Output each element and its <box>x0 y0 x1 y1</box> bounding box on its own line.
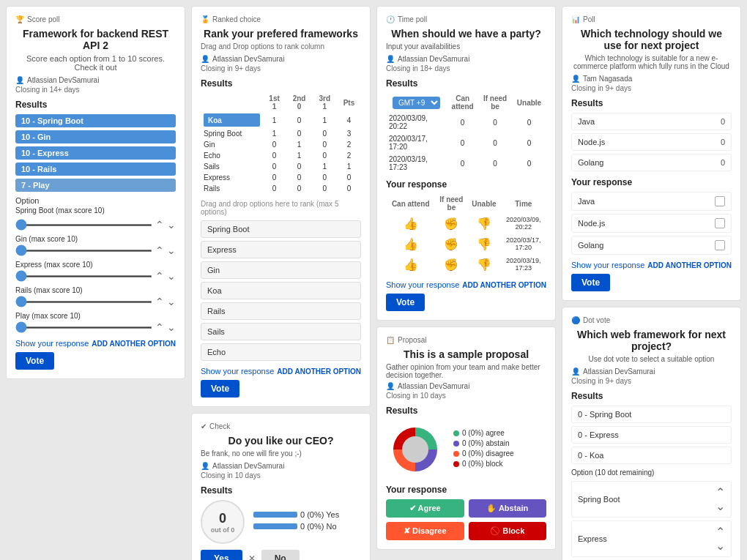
rails-up[interactable]: ⌃ <box>155 296 164 307</box>
drag-item-5[interactable]: Sails <box>201 323 361 340</box>
express-slider[interactable] <box>15 275 152 277</box>
pie-legend: 0 (0%) agree0 (0%) abstain0 (0%) disagre… <box>453 429 514 470</box>
thumb-up-2[interactable]: 👍 <box>404 238 418 250</box>
thumb-down-1[interactable]: 👎 <box>477 217 491 230</box>
time-title: When should we have a party? <box>386 28 546 40</box>
resp-canattend-2[interactable]: 👍 <box>386 234 435 254</box>
pie-chart-container: 0 (0%) agree0 (0%) abstain0 (0%) disagre… <box>386 420 546 479</box>
ranked-row-5: Express0000 <box>201 172 361 183</box>
thumb-down-3[interactable]: 👎 <box>477 258 491 271</box>
disagree-button[interactable]: ✘ Disagree <box>386 522 464 540</box>
score-vote-button[interactable]: Vote <box>15 352 54 370</box>
time-results-table: GMT +9 Canattend If needbe Unable 2020/0… <box>386 93 546 173</box>
dot-icon: 🔵 <box>571 316 580 324</box>
agree-button[interactable]: ✔ Agree <box>386 499 464 518</box>
proposal-response-label: Your response <box>386 485 546 495</box>
proposal-title: This is a sample proposal <box>386 348 546 360</box>
time-ifneed-3: 0 <box>478 153 512 173</box>
play-slider[interactable] <box>15 326 152 329</box>
poll-checkbox-golang[interactable] <box>715 240 725 250</box>
time-tz-header[interactable]: GMT +9 <box>386 93 447 112</box>
proposal-author: 👤 Atlassian DevSamurai <box>386 382 546 390</box>
time-row-2: 2020/03/17,17:20 0 0 0 <box>386 132 546 153</box>
express-up[interactable]: ⌃ <box>155 270 164 282</box>
check-no-row: 0 (0%) No <box>253 522 339 531</box>
rails-label: Rails (max score 10) <box>15 286 176 294</box>
thumb-fist-1[interactable]: ✊ <box>444 217 458 230</box>
block-button[interactable]: 🚫 Block <box>469 522 547 540</box>
timezone-select[interactable]: GMT +9 <box>393 97 440 109</box>
play-down[interactable]: ⌄ <box>167 321 176 333</box>
dot-desc: Use dot vote to select a suitable option <box>571 355 732 363</box>
score-show-response[interactable]: Show your response <box>15 339 89 348</box>
rails-slider[interactable] <box>15 301 152 303</box>
resp-time-header: Time <box>501 194 546 213</box>
legend-dot-1 <box>453 441 459 447</box>
time-canattend-2: 0 <box>447 132 478 153</box>
drag-item-3[interactable]: Koa <box>201 282 361 299</box>
springboot-up[interactable]: ⌃ <box>155 219 164 231</box>
play-slider-row[interactable]: ⌃ ⌄ <box>15 321 176 333</box>
resp-unable-1[interactable]: 👎 <box>467 213 500 234</box>
resp-ifneed-2[interactable]: ✊ <box>435 234 467 254</box>
thumb-up-1[interactable]: 👍 <box>404 217 418 230</box>
resp-ifneed-3[interactable]: ✊ <box>435 254 467 275</box>
ranked-bar-0: Koa <box>204 113 260 127</box>
legend-label-1: 0 (0%) abstain <box>462 439 509 447</box>
drag-item-2[interactable]: Gin <box>201 261 361 279</box>
gin-slider[interactable] <box>15 250 152 252</box>
dot-stepper-express[interactable]: ⌃⌄ <box>716 525 725 553</box>
resp-unable-3[interactable]: 👎 <box>467 254 500 275</box>
rails-slider-row[interactable]: ⌃ ⌄ <box>15 296 176 307</box>
time-add-option[interactable]: ADD ANOTHER OPTION <box>462 281 546 289</box>
drag-item-0[interactable]: Spring Boot <box>201 220 361 238</box>
gin-up[interactable]: ⌃ <box>155 244 164 256</box>
check-no-button[interactable]: No <box>261 550 300 560</box>
poll-checkbox-nodejs[interactable] <box>715 218 725 228</box>
express-down[interactable]: ⌄ <box>167 270 176 282</box>
play-up[interactable]: ⌃ <box>155 321 164 333</box>
resp-unable-2[interactable]: 👎 <box>467 234 500 254</box>
thumb-down-2[interactable]: 👎 <box>477 238 491 250</box>
thumb-fist-2[interactable]: ✊ <box>444 238 458 250</box>
express-slider-row[interactable]: ⌃ ⌄ <box>15 270 176 282</box>
poll-show-response[interactable]: Show your response <box>571 261 644 269</box>
time-show-response[interactable]: Show your response <box>386 280 459 289</box>
poll-checkbox-java[interactable] <box>715 196 725 206</box>
springboot-slider[interactable] <box>15 224 152 226</box>
resp-canattend-3[interactable]: 👍 <box>386 254 435 275</box>
drag-item-1[interactable]: Express <box>201 241 361 258</box>
poll-add-option[interactable]: ADD ANOTHER OPTION <box>647 261 732 269</box>
legend-label-3: 0 (0%) block <box>462 460 503 468</box>
gin-down[interactable]: ⌄ <box>167 244 176 256</box>
ranked-icon: 🏅 <box>201 15 209 23</box>
ranked-show-response[interactable]: Show your response <box>201 367 274 376</box>
slider-springboot-input[interactable]: ⌃ ⌄ <box>15 219 176 231</box>
drag-item-4[interactable]: Rails <box>201 302 361 320</box>
proposal-results-label: Results <box>386 406 546 416</box>
legend-item-1: 0 (0%) abstain <box>453 439 514 447</box>
thumb-fist-3[interactable]: ✊ <box>444 258 458 271</box>
poll-resp-nodejs: Node.js <box>571 214 732 233</box>
poll-type: 📊 Poll <box>571 15 732 23</box>
play-label: Play (max score 10) <box>15 312 176 320</box>
thumb-up-3[interactable]: 👍 <box>404 258 418 271</box>
ranked-add-option[interactable]: ADD ANOTHER OPTION <box>277 367 361 376</box>
time-icon: 🕐 <box>386 15 395 23</box>
ranked-vote-button[interactable]: Vote <box>201 380 239 397</box>
abstain-button[interactable]: ✋ Abstain <box>469 499 547 518</box>
gin-slider-row[interactable]: ⌃ ⌄ <box>15 244 176 256</box>
dot-stepper-springboot[interactable]: ⌃⌄ <box>716 485 725 513</box>
score-add-option[interactable]: ADD ANOTHER OPTION <box>92 340 176 348</box>
poll-desc: Which technology is suitable for a new e… <box>571 54 732 70</box>
springboot-down[interactable]: ⌄ <box>167 219 176 231</box>
ranked-closing: Closing in 9+ days <box>201 64 361 72</box>
poll-vote-button[interactable]: Vote <box>571 274 610 291</box>
resp-canattend-1[interactable]: 👍 <box>386 213 435 234</box>
drag-item-6[interactable]: Echo <box>201 343 361 361</box>
rails-down[interactable]: ⌄ <box>167 296 176 307</box>
check-user-icon: 👤 <box>201 462 209 470</box>
time-vote-button[interactable]: Vote <box>386 294 425 311</box>
resp-ifneed-1[interactable]: ✊ <box>435 213 467 234</box>
check-yes-button[interactable]: Yes <box>201 550 242 560</box>
